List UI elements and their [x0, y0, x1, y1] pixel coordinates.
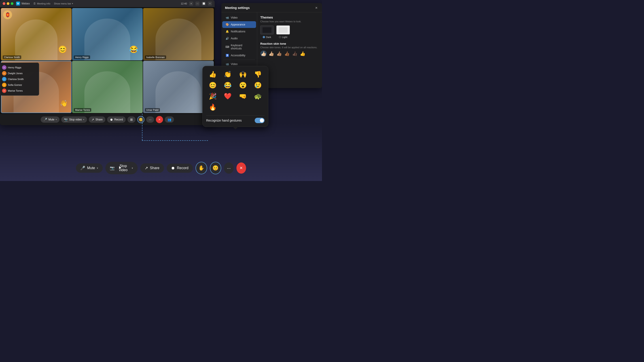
nav-appearance[interactable]: 🎨 Appearance: [222, 21, 256, 28]
video-cell-isabelle[interactable]: Isabelle Brennan: [143, 8, 214, 60]
stop-video-button[interactable]: 📷 Stop video ▾: [61, 116, 87, 123]
mute-button[interactable]: 🎤 Mute ▾: [41, 116, 60, 123]
participants-icon: 👥: [168, 118, 171, 121]
skin-tone-default[interactable]: 👍: [300, 50, 306, 57]
large-end-icon: ✕: [240, 166, 243, 170]
video-cell-clarissa[interactable]: 🏮 😊 Clarissa Smith: [1, 8, 72, 60]
dark-theme-option[interactable]: Dark: [260, 25, 274, 38]
end-icon: ✕: [158, 118, 160, 121]
participant-clarissa: C Clarissa Smith: [2, 76, 37, 82]
time-display: 12:40: [181, 2, 187, 5]
video-grid: 🏮 😊 Clarissa Smith 😂 Henry Riggs Isabell…: [0, 7, 215, 114]
video-avatar-marise: [72, 61, 143, 113]
large-share-icon: ↗: [145, 166, 148, 170]
large-hand-button[interactable]: ✋: [196, 162, 207, 174]
gesture-label: Recognize hand gestures: [206, 119, 242, 122]
large-mute-button[interactable]: 🎤 Mute ▾: [76, 163, 103, 173]
record-button[interactable]: ⏺ Record: [107, 116, 126, 123]
maximize-button[interactable]: [11, 2, 14, 5]
emoji-raised-hands[interactable]: 🙌: [236, 70, 250, 79]
nav-keyboard[interactable]: ⌨ Keyboard shortcuts: [222, 42, 256, 52]
participant-name-clarissa: Clarissa Smith: [3, 55, 21, 59]
emoji-heart[interactable]: ❤️: [221, 92, 234, 101]
record-indicator: ●: [189, 1, 193, 5]
themes-subtitle: Choose how you want Webex to look.: [260, 20, 319, 23]
large-video-chevron: ▾: [132, 167, 133, 170]
skin-tone-title: Reaction skin tone: [260, 42, 319, 45]
light-label-text: Light: [282, 36, 287, 38]
close-button[interactable]: [3, 2, 5, 5]
large-more-button[interactable]: ···: [224, 162, 234, 174]
large-record-button[interactable]: ⏺ Record: [166, 164, 193, 173]
emoji-thumbsup[interactable]: 👍: [206, 70, 219, 79]
reactions-button[interactable]: 😊: [137, 116, 144, 123]
participants-button[interactable]: 👥: [165, 116, 174, 123]
settings-divider: [223, 60, 255, 60]
skin-tone-5[interactable]: 👍🏿: [292, 50, 298, 57]
video-cell-marise[interactable]: Marise Torres: [72, 61, 143, 113]
title-bar: W Webex 🗓 Meeting info Show menu bar ▾ 1…: [0, 0, 215, 7]
light-radio[interactable]: [279, 36, 281, 38]
window-close-icon[interactable]: ✕: [208, 1, 212, 5]
settings-header: Meeting settings ✕: [222, 3, 322, 12]
participant-name-marise: Marise Torres: [74, 108, 91, 112]
skin-tone-3[interactable]: 👍🏽: [276, 50, 282, 57]
participant-dwight: D Dwight Jones: [2, 70, 37, 76]
skin-tone-1[interactable]: 👍🏻: [260, 50, 267, 57]
avatar-sofia: S: [2, 83, 6, 87]
emoji-reaction-henry: 😂: [129, 45, 138, 54]
nav-notifications[interactable]: 🔔 Notifications: [222, 28, 256, 35]
emoji-thumbsdown[interactable]: 👎: [251, 70, 264, 79]
share-icon: ↗: [92, 118, 94, 121]
emoji-clap[interactable]: 👏: [221, 70, 234, 79]
nav-video[interactable]: 📹 Video: [222, 14, 256, 21]
participant-sofia: S Sofia Gomez: [2, 82, 37, 88]
large-end-button[interactable]: ✕: [236, 162, 246, 174]
apps-button[interactable]: ⊞: [128, 116, 136, 123]
nav-audio[interactable]: 🔊 Audio: [222, 35, 256, 42]
emoji-wow[interactable]: 😮: [236, 81, 250, 90]
accessibility-nav-icon: ♿: [226, 54, 229, 57]
emoji-empty2: [236, 103, 250, 112]
skin-tone-4[interactable]: 👍🏾: [284, 50, 290, 57]
large-stop-video-button[interactable]: 📷 Stop video ▾: [105, 162, 138, 174]
emoji-fist[interactable]: 🤜: [236, 92, 250, 101]
video-cell-henry[interactable]: 😂 Henry Riggs: [72, 8, 143, 60]
video-nav-icon: 📹: [226, 16, 229, 19]
nav-appearance-label: Appearance: [231, 23, 245, 26]
nav-accessibility[interactable]: ♿ Accessibility: [222, 52, 256, 59]
show-menu-link[interactable]: Show menu bar ▾: [54, 2, 73, 5]
themes-section: Themes Choose how you want Webex to look…: [260, 15, 319, 38]
large-mute-label: Mute: [87, 166, 95, 170]
emoji-laugh[interactable]: 😂: [221, 81, 234, 90]
emoji-smile[interactable]: 😊: [206, 81, 219, 90]
more-button[interactable]: ···: [146, 116, 154, 123]
theme-options: Dark Light: [260, 25, 319, 38]
settings-close-button[interactable]: ✕: [314, 6, 318, 10]
nav-keyboard-label: Keyboard shortcuts: [231, 44, 253, 50]
large-reaction-button[interactable]: 😊: [210, 162, 221, 174]
expand-icon[interactable]: ⬜: [202, 1, 206, 5]
emoji-fire[interactable]: 🔥: [206, 103, 219, 112]
minimize-icon[interactable]: —: [196, 1, 200, 5]
mute-label: Mute: [48, 118, 54, 121]
gesture-toggle[interactable]: [255, 118, 264, 123]
emoji-party[interactable]: 🎉: [206, 92, 219, 101]
record-icon: ⏺: [110, 118, 113, 121]
large-share-label: Share: [150, 166, 160, 170]
apps-icon: ⊞: [130, 118, 133, 121]
window-controls[interactable]: [3, 2, 14, 5]
meeting-info-link[interactable]: 🗓 Meeting info: [33, 2, 50, 5]
emoji-cry[interactable]: 😢: [251, 81, 264, 90]
large-hand-icon: ✋: [198, 165, 204, 171]
end-call-button[interactable]: ✕: [156, 116, 163, 123]
emoji-turtle[interactable]: 🐢: [251, 92, 264, 101]
emoji-popup-footer: Recognize hand gestures: [206, 115, 264, 123]
dark-radio[interactable]: [263, 36, 265, 38]
large-face-icon: 😊: [212, 165, 218, 171]
large-share-button[interactable]: ↗ Share: [140, 163, 164, 173]
share-button[interactable]: ↗ Share: [89, 116, 105, 123]
light-theme-option[interactable]: Light: [276, 25, 290, 38]
skin-tone-2[interactable]: 👍🏼: [268, 50, 274, 57]
minimize-button[interactable]: [7, 2, 10, 5]
